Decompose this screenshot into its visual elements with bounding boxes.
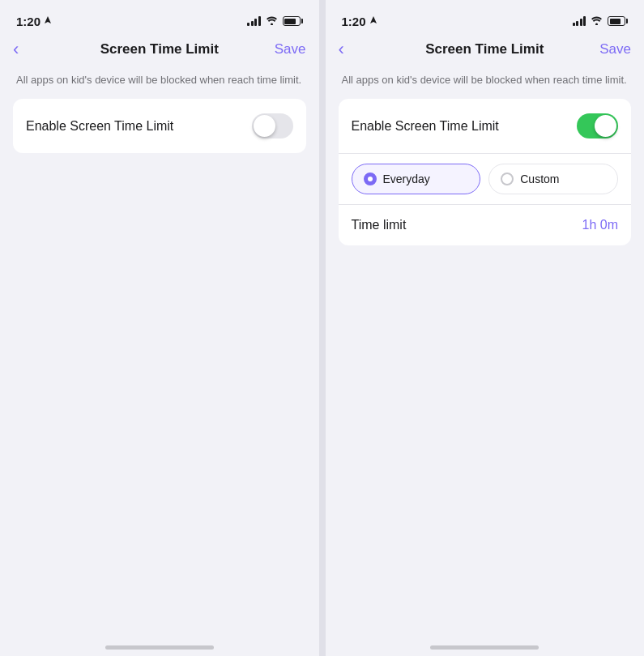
right-save-button[interactable]: Save [599,41,631,58]
right-toggle-label: Enable Screen Time Limit [352,119,499,134]
left-nav-bar: ‹ Screen Time Limit Save [0,36,319,66]
battery-icon [283,16,303,26]
panel-divider [319,0,326,656]
right-custom-radio [501,173,514,185]
left-phone-panel: 1:20 [0,0,319,656]
right-phone-panel: 1:20 [326,0,645,656]
left-toggle-label: Enable Screen Time Limit [26,119,173,134]
right-nav-bar: ‹ Screen Time Limit Save [326,36,645,66]
right-card: Enable Screen Time Limit Everyday Custom… [339,99,632,245]
left-status-time: 1:20 [16,15,52,28]
right-everyday-label: Everyday [383,173,430,185]
right-options-row: Everyday Custom [339,153,632,204]
right-time-limit-label: Time limit [352,218,407,232]
signal-icon [247,16,261,26]
right-time-limit-row: Time limit 1h 0m [339,204,632,245]
right-custom-label: Custom [520,173,559,185]
right-status-bar: 1:20 [326,0,645,36]
left-back-button[interactable]: ‹ [13,39,19,60]
location-icon [44,16,52,26]
right-battery-icon [608,16,628,26]
right-custom-option[interactable]: Custom [488,164,618,194]
right-description: All apps on kid's device will be blocked… [326,66,645,99]
right-everyday-option[interactable]: Everyday [352,164,481,194]
left-save-button[interactable]: Save [275,41,306,58]
right-nav-title: Screen Time Limit [425,41,544,58]
wifi-icon [266,15,278,28]
right-signal-icon [573,16,586,26]
left-card: Enable Screen Time Limit [13,99,306,153]
right-time-limit-value[interactable]: 1h 0m [582,218,618,232]
left-description: All apps on kid's device will be blocked… [0,66,319,99]
right-wifi-icon [591,15,603,28]
right-back-icon: ‹ [339,39,344,60]
left-toggle-switch[interactable] [252,113,293,138]
right-everyday-radio [364,173,377,185]
left-toggle-row: Enable Screen Time Limit [13,99,306,153]
left-status-icons [247,15,303,28]
right-location-icon [369,16,377,26]
left-home-indicator [105,645,214,650]
left-nav-title: Screen Time Limit [100,41,219,58]
svg-point-0 [271,23,273,25]
left-status-bar: 1:20 [0,0,319,36]
left-back-icon: ‹ [13,39,19,60]
svg-point-1 [595,23,598,25]
right-toggle-row: Enable Screen Time Limit [339,99,632,153]
right-toggle-switch[interactable] [577,113,618,138]
right-status-icons [573,15,629,28]
right-home-indicator [430,645,539,650]
right-back-button[interactable]: ‹ [339,39,344,60]
right-status-time: 1:20 [342,15,377,28]
